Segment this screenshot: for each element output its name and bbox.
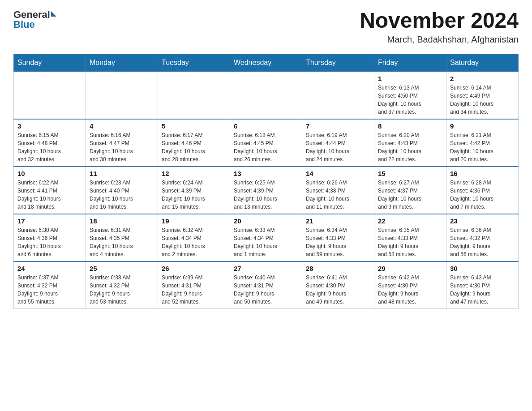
day-info: Sunrise: 6:13 AM Sunset: 4:50 PM Dayligh… [378, 84, 442, 116]
day-cell: 8Sunrise: 6:20 AM Sunset: 4:43 PM Daylig… [374, 119, 446, 167]
day-info: Sunrise: 6:34 AM Sunset: 4:33 PM Dayligh… [306, 226, 370, 258]
day-info: Sunrise: 6:17 AM Sunset: 4:46 PM Dayligh… [162, 131, 226, 163]
day-info: Sunrise: 6:32 AM Sunset: 4:34 PM Dayligh… [162, 226, 226, 258]
day-info: Sunrise: 6:36 AM Sunset: 4:32 PM Dayligh… [450, 226, 515, 258]
week-row-4: 17Sunrise: 6:30 AM Sunset: 4:36 PM Dayli… [14, 214, 519, 261]
day-cell: 10Sunrise: 6:22 AM Sunset: 4:41 PM Dayli… [14, 167, 86, 214]
day-number: 7 [306, 122, 370, 130]
day-number: 4 [90, 122, 154, 130]
day-cell: 6Sunrise: 6:18 AM Sunset: 4:45 PM Daylig… [230, 119, 302, 167]
calendar-header-saturday: Saturday [446, 54, 519, 72]
day-number: 25 [90, 265, 154, 272]
day-cell: 28Sunrise: 6:41 AM Sunset: 4:30 PM Dayli… [302, 261, 374, 309]
day-cell: 18Sunrise: 6:31 AM Sunset: 4:35 PM Dayli… [86, 214, 158, 261]
calendar-header-tuesday: Tuesday [158, 54, 230, 72]
day-cell: 20Sunrise: 6:33 AM Sunset: 4:34 PM Dayli… [230, 214, 302, 261]
day-cell: 26Sunrise: 6:39 AM Sunset: 4:31 PM Dayli… [158, 261, 230, 309]
title-block: November 2024 March, Badakhshan, Afghani… [360, 9, 519, 45]
day-cell: 2Sunrise: 6:14 AM Sunset: 4:49 PM Daylig… [446, 72, 519, 119]
day-cell: 12Sunrise: 6:24 AM Sunset: 4:39 PM Dayli… [158, 167, 230, 214]
day-number: 15 [378, 170, 442, 177]
day-cell: 9Sunrise: 6:21 AM Sunset: 4:42 PM Daylig… [446, 119, 519, 167]
day-number: 8 [378, 122, 442, 130]
day-number: 28 [306, 265, 370, 272]
day-info: Sunrise: 6:15 AM Sunset: 4:48 PM Dayligh… [17, 131, 82, 163]
day-cell: 17Sunrise: 6:30 AM Sunset: 4:36 PM Dayli… [14, 214, 86, 261]
day-cell: 21Sunrise: 6:34 AM Sunset: 4:33 PM Dayli… [302, 214, 374, 261]
day-number: 3 [17, 122, 82, 130]
day-info: Sunrise: 6:35 AM Sunset: 4:33 PM Dayligh… [378, 226, 442, 258]
day-info: Sunrise: 6:31 AM Sunset: 4:35 PM Dayligh… [90, 226, 154, 258]
day-info: Sunrise: 6:25 AM Sunset: 4:39 PM Dayligh… [234, 179, 298, 211]
day-cell: 15Sunrise: 6:27 AM Sunset: 4:37 PM Dayli… [374, 167, 446, 214]
day-number: 5 [162, 122, 226, 130]
day-cell: 4Sunrise: 6:16 AM Sunset: 4:47 PM Daylig… [86, 119, 158, 167]
day-info: Sunrise: 6:33 AM Sunset: 4:34 PM Dayligh… [234, 226, 298, 258]
day-cell: 3Sunrise: 6:15 AM Sunset: 4:48 PM Daylig… [14, 119, 86, 167]
day-number: 27 [234, 265, 298, 272]
day-number: 29 [378, 265, 442, 272]
day-number: 1 [378, 75, 442, 82]
calendar-header-thursday: Thursday [302, 54, 374, 72]
calendar-header-sunday: Sunday [14, 54, 86, 72]
calendar-header-friday: Friday [374, 54, 446, 72]
day-cell: 25Sunrise: 6:38 AM Sunset: 4:32 PM Dayli… [86, 261, 158, 309]
day-cell: 29Sunrise: 6:42 AM Sunset: 4:30 PM Dayli… [374, 261, 446, 309]
day-info: Sunrise: 6:21 AM Sunset: 4:42 PM Dayligh… [450, 131, 515, 163]
logo: General Blue [13, 9, 56, 30]
day-info: Sunrise: 6:14 AM Sunset: 4:49 PM Dayligh… [450, 84, 515, 116]
day-number: 12 [162, 170, 226, 177]
day-number: 9 [450, 122, 515, 130]
page-header: General Blue November 2024 March, Badakh… [13, 9, 519, 45]
day-number: 17 [17, 217, 82, 225]
day-number: 22 [378, 217, 442, 225]
day-info: Sunrise: 6:38 AM Sunset: 4:32 PM Dayligh… [90, 274, 154, 306]
day-cell [302, 72, 374, 119]
day-cell: 1Sunrise: 6:13 AM Sunset: 4:50 PM Daylig… [374, 72, 446, 119]
day-number: 16 [450, 170, 515, 177]
week-row-5: 24Sunrise: 6:37 AM Sunset: 4:32 PM Dayli… [14, 261, 519, 309]
calendar-header-monday: Monday [86, 54, 158, 72]
day-info: Sunrise: 6:39 AM Sunset: 4:31 PM Dayligh… [162, 274, 226, 306]
day-cell: 13Sunrise: 6:25 AM Sunset: 4:39 PM Dayli… [230, 167, 302, 214]
day-cell [158, 72, 230, 119]
day-cell: 16Sunrise: 6:28 AM Sunset: 4:36 PM Dayli… [446, 167, 519, 214]
day-info: Sunrise: 6:24 AM Sunset: 4:39 PM Dayligh… [162, 179, 226, 211]
day-info: Sunrise: 6:30 AM Sunset: 4:36 PM Dayligh… [17, 226, 82, 258]
week-row-3: 10Sunrise: 6:22 AM Sunset: 4:41 PM Dayli… [14, 167, 519, 214]
day-info: Sunrise: 6:27 AM Sunset: 4:37 PM Dayligh… [378, 179, 442, 211]
day-info: Sunrise: 6:20 AM Sunset: 4:43 PM Dayligh… [378, 131, 442, 163]
day-number: 10 [17, 170, 82, 177]
day-cell: 5Sunrise: 6:17 AM Sunset: 4:46 PM Daylig… [158, 119, 230, 167]
day-cell: 11Sunrise: 6:23 AM Sunset: 4:40 PM Dayli… [86, 167, 158, 214]
day-number: 24 [17, 265, 82, 272]
day-number: 13 [234, 170, 298, 177]
day-info: Sunrise: 6:26 AM Sunset: 4:38 PM Dayligh… [306, 179, 370, 211]
day-cell: 23Sunrise: 6:36 AM Sunset: 4:32 PM Dayli… [446, 214, 519, 261]
day-cell [230, 72, 302, 119]
day-number: 2 [450, 75, 515, 82]
logo-triangle-icon [51, 11, 56, 17]
day-number: 26 [162, 265, 226, 272]
calendar-title: November 2024 [360, 9, 519, 33]
day-cell: 7Sunrise: 6:19 AM Sunset: 4:44 PM Daylig… [302, 119, 374, 167]
day-cell: 24Sunrise: 6:37 AM Sunset: 4:32 PM Dayli… [14, 261, 86, 309]
day-info: Sunrise: 6:40 AM Sunset: 4:31 PM Dayligh… [234, 274, 298, 306]
day-info: Sunrise: 6:22 AM Sunset: 4:41 PM Dayligh… [17, 179, 82, 211]
day-cell: 27Sunrise: 6:40 AM Sunset: 4:31 PM Dayli… [230, 261, 302, 309]
calendar-subtitle: March, Badakhshan, Afghanistan [360, 34, 519, 45]
calendar-header-row: SundayMondayTuesdayWednesdayThursdayFrid… [14, 54, 519, 72]
day-info: Sunrise: 6:18 AM Sunset: 4:45 PM Dayligh… [234, 131, 298, 163]
calendar-header-wednesday: Wednesday [230, 54, 302, 72]
day-cell: 19Sunrise: 6:32 AM Sunset: 4:34 PM Dayli… [158, 214, 230, 261]
day-number: 21 [306, 217, 370, 225]
day-number: 14 [306, 170, 370, 177]
day-info: Sunrise: 6:37 AM Sunset: 4:32 PM Dayligh… [17, 274, 82, 306]
day-info: Sunrise: 6:23 AM Sunset: 4:40 PM Dayligh… [90, 179, 154, 211]
day-number: 23 [450, 217, 515, 225]
day-info: Sunrise: 6:19 AM Sunset: 4:44 PM Dayligh… [306, 131, 370, 163]
week-row-1: 1Sunrise: 6:13 AM Sunset: 4:50 PM Daylig… [14, 72, 519, 119]
day-info: Sunrise: 6:42 AM Sunset: 4:30 PM Dayligh… [378, 274, 442, 306]
day-info: Sunrise: 6:43 AM Sunset: 4:30 PM Dayligh… [450, 274, 515, 306]
day-info: Sunrise: 6:16 AM Sunset: 4:47 PM Dayligh… [90, 131, 154, 163]
